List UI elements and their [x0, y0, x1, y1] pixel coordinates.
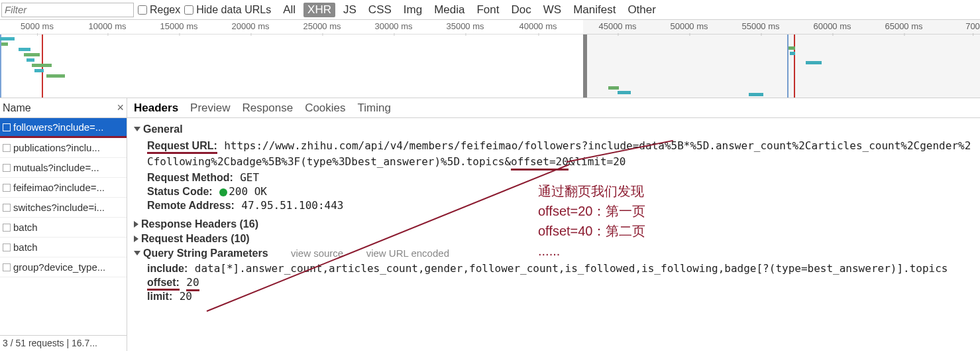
request-name: batch: [13, 222, 38, 233]
timeline-selection: [583, 20, 980, 98]
type-other[interactable]: Other: [624, 3, 660, 17]
row-checkbox[interactable]: [3, 123, 11, 131]
type-manifest[interactable]: Manifest: [569, 3, 620, 17]
type-img[interactable]: Img: [400, 3, 426, 17]
wf-bar: [46, 74, 65, 78]
request-method-value: GET: [240, 171, 259, 184]
filter-input[interactable]: [1, 3, 134, 17]
caret-right-icon: [134, 221, 138, 228]
wf-bar: [0, 37, 15, 40]
hide-data-urls-label: Hide data URLs: [196, 4, 271, 16]
type-xhr[interactable]: XHR: [303, 3, 335, 17]
column-name: Name: [3, 102, 31, 114]
network-toolbar: Regex Hide data URLs All XHR JS CSS Img …: [0, 0, 980, 20]
close-icon[interactable]: ×: [117, 101, 124, 115]
qsp-include-value: data[*].answer_count,articles_count,gend…: [195, 262, 948, 275]
wf-bar: [32, 64, 52, 67]
wf-bar: [24, 53, 40, 56]
tab-cookies[interactable]: Cookies: [305, 102, 345, 115]
request-name: group?device_type...: [13, 261, 105, 273]
tick: 20000 ms: [231, 21, 269, 31]
row-checkbox[interactable]: [3, 164, 11, 172]
qsp-include-row: include: data[*].answer_count,articles_c…: [147, 262, 973, 275]
status-code-value: 200 OK: [219, 185, 267, 198]
tab-response[interactable]: Response: [243, 102, 294, 115]
request-name: switches?include=i...: [13, 202, 105, 213]
request-row[interactable]: mutuals?include=...: [0, 158, 127, 178]
qsp-offset-value: 20: [186, 276, 199, 291]
tick: 30000 ms: [374, 21, 412, 31]
remote-address-label: Remote Address:: [147, 200, 235, 211]
request-name: batch: [13, 242, 38, 253]
caret-right-icon: [134, 236, 138, 242]
wf-bar: [27, 58, 34, 62]
regex-checkbox-box[interactable]: [138, 5, 147, 15]
section-general[interactable]: General: [134, 123, 973, 135]
request-list[interactable]: followers?include=... publications?inclu…: [0, 118, 127, 335]
hide-data-urls-box[interactable]: [184, 5, 193, 15]
view-source-link[interactable]: view source: [291, 247, 343, 259]
caret-down-icon: [134, 127, 140, 131]
type-media[interactable]: Media: [430, 3, 468, 17]
qsp-include-label: include:: [147, 263, 188, 274]
wf-bar: [1, 42, 8, 46]
request-name: publications?inclu...: [13, 142, 100, 153]
tick: 10000 ms: [88, 21, 126, 31]
view-url-encoded-link[interactable]: view URL encoded: [366, 247, 449, 259]
type-all[interactable]: All: [279, 3, 299, 17]
type-doc[interactable]: Doc: [508, 3, 535, 17]
status-dot-icon: [219, 188, 227, 196]
caret-down-icon: [134, 251, 140, 255]
regex-label: Regex: [150, 4, 180, 16]
tick: 5000 ms: [21, 21, 54, 31]
tick: 40000 ms: [519, 21, 557, 31]
request-method-label: Request Method:: [147, 172, 233, 183]
request-row[interactable]: batch: [0, 218, 127, 238]
wf-bar: [19, 48, 30, 51]
row-checkbox[interactable]: [3, 263, 11, 271]
qsp-limit-row: limit: 20: [147, 290, 973, 303]
status-bar: 3 / 51 requests | 16.7...: [0, 335, 127, 351]
request-row[interactable]: followers?include=...: [0, 118, 127, 138]
request-row[interactable]: publications?inclu...: [0, 138, 127, 158]
hide-data-urls-checkbox[interactable]: Hide data URLs: [184, 4, 271, 16]
tick: 25000 ms: [303, 21, 341, 31]
request-url-value: https://www.zhihu.com/api/v4/members/fei…: [147, 139, 971, 168]
request-row[interactable]: switches?include=i...: [0, 198, 127, 218]
tick: 35000 ms: [446, 21, 484, 31]
request-name: followers?include=...: [13, 121, 103, 133]
tab-preview[interactable]: Preview: [190, 102, 230, 115]
type-ws[interactable]: WS: [539, 3, 565, 17]
tab-headers[interactable]: Headers: [134, 102, 178, 115]
row-checkbox[interactable]: [3, 204, 11, 212]
type-font[interactable]: Font: [472, 3, 503, 17]
status-code-label: Status Code:: [147, 186, 213, 197]
request-list-panel: Name × followers?include=... publication…: [0, 98, 127, 335]
request-details-panel: Headers Preview Response Cookies Timing …: [127, 98, 980, 335]
request-row[interactable]: batch: [0, 238, 127, 257]
request-list-header: Name ×: [0, 98, 127, 118]
type-css[interactable]: CSS: [364, 3, 396, 17]
request-name: mutuals?include=...: [13, 162, 99, 173]
request-row[interactable]: feifeimao?include=...: [0, 178, 127, 198]
annotation-text: 通过翻页我们发现 offset=20：第一页 offset=40：第二页 ...…: [538, 181, 645, 261]
remote-address-value: 47.95.51.100:443: [241, 199, 343, 212]
request-url-label: Request URL:: [147, 140, 217, 154]
qsp-limit-value: 20: [180, 290, 192, 303]
request-row[interactable]: group?device_type...: [0, 257, 127, 277]
tab-timing[interactable]: Timing: [358, 102, 391, 115]
qsp-offset-row: offset: 20: [147, 276, 973, 289]
request-name: feifeimao?include=...: [13, 182, 105, 193]
qsp-limit-label: limit:: [147, 291, 172, 302]
headers-body: General Request URL: https://www.zhihu.c…: [127, 118, 980, 335]
status-text: 3 / 51 requests | 16.7...: [3, 338, 97, 348]
tick: 15000 ms: [160, 21, 197, 31]
row-checkbox[interactable]: [3, 224, 11, 232]
type-js[interactable]: JS: [339, 3, 360, 17]
row-checkbox[interactable]: [3, 144, 11, 152]
regex-checkbox[interactable]: Regex: [138, 4, 180, 16]
row-checkbox[interactable]: [3, 184, 11, 192]
resource-type-filter: All XHR JS CSS Img Media Font Doc WS Man…: [279, 3, 660, 17]
row-checkbox[interactable]: [3, 244, 11, 251]
timeline-overview[interactable]: 5000 ms 10000 ms 15000 ms 20000 ms 25000…: [0, 20, 980, 98]
